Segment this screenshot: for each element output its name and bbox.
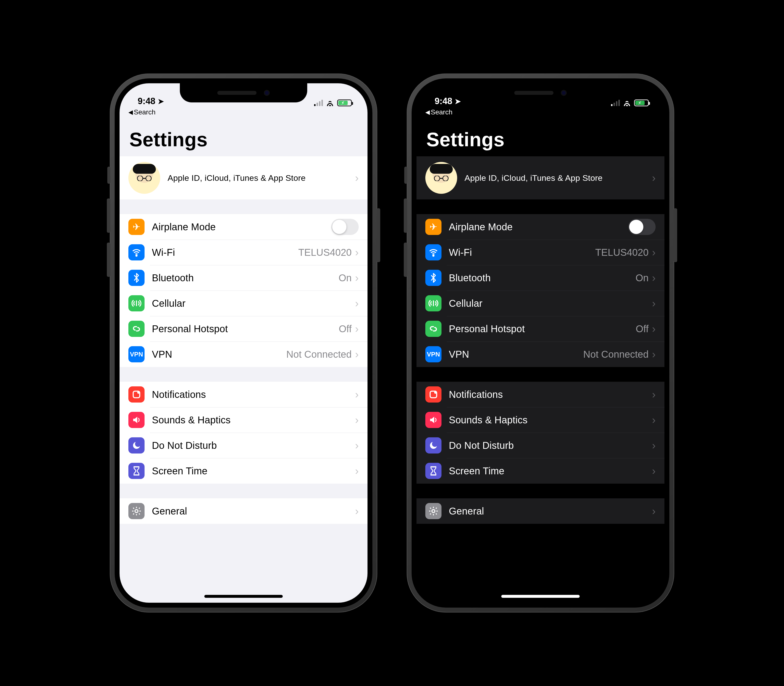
volume-up-button[interactable] — [107, 198, 110, 233]
home-indicator[interactable] — [501, 595, 580, 598]
row-dnd[interactable]: Do Not Disturb › — [119, 433, 368, 458]
dnd-icon — [425, 437, 441, 454]
airplane-label: Airplane Mode — [449, 222, 628, 232]
chevron-right-icon: › — [652, 246, 656, 258]
general-icon — [128, 503, 145, 519]
row-bluetooth[interactable]: Bluetooth On › — [119, 265, 368, 291]
bluetooth-label: Bluetooth — [152, 273, 338, 283]
volume-down-button[interactable] — [404, 243, 407, 277]
airplane-switch[interactable] — [331, 219, 359, 235]
screentime-label: Screen Time — [152, 466, 355, 477]
row-hotspot[interactable]: Personal Hotspot Off › — [119, 316, 368, 341]
row-sounds[interactable]: Sounds & Haptics › — [416, 407, 665, 433]
bluetooth-value: On — [635, 273, 648, 283]
mute-switch[interactable] — [404, 167, 407, 184]
airplane-icon: ✈︎ — [128, 219, 145, 235]
chevron-right-icon: › — [355, 172, 359, 184]
battery-icon: ⚡︎ — [634, 100, 649, 106]
group-alerts: Notifications › Sounds & Haptics › Do No… — [119, 382, 368, 483]
breadcrumb-back[interactable]: ◀︎ Search — [416, 108, 665, 116]
sounds-label: Sounds & Haptics — [152, 415, 355, 426]
row-screentime[interactable]: Screen Time › — [119, 458, 368, 483]
dnd-icon — [128, 437, 145, 454]
svg-point-0 — [136, 255, 137, 256]
svg-rect-4 — [134, 474, 139, 475]
row-wifi[interactable]: Wi-Fi TELUS4020 › — [416, 240, 665, 265]
chevron-right-icon: › — [355, 348, 359, 360]
svg-point-2 — [137, 391, 140, 394]
svg-point-6 — [433, 255, 434, 256]
wifi-status-icon — [326, 100, 334, 106]
chevron-right-icon: › — [652, 348, 656, 360]
row-apple-id[interactable]: Apple ID, iCloud, iTunes & App Store › — [119, 156, 368, 199]
chevron-right-icon: › — [652, 272, 656, 284]
chevron-right-icon: › — [355, 414, 359, 426]
avatar — [425, 162, 457, 194]
home-indicator[interactable] — [204, 595, 283, 598]
sounds-label: Sounds & Haptics — [449, 415, 652, 426]
general-icon — [425, 503, 441, 519]
row-vpn[interactable]: VPN VPN Not Connected › — [416, 341, 665, 367]
airplane-switch[interactable] — [628, 219, 656, 235]
status-time: 9:48 — [138, 96, 155, 106]
dnd-label: Do Not Disturb — [152, 440, 355, 451]
row-screentime[interactable]: Screen Time › — [416, 458, 665, 483]
bluetooth-icon — [128, 270, 145, 286]
apple-id-subtitle: Apple ID, iCloud, iTunes & App Store — [168, 173, 355, 183]
chevron-right-icon: › — [652, 297, 656, 309]
chevron-right-icon: › — [652, 323, 656, 335]
vpn-icon: VPN — [425, 346, 441, 363]
row-airplane-mode[interactable]: ✈︎ Airplane Mode — [119, 214, 368, 240]
row-dnd[interactable]: Do Not Disturb › — [416, 433, 665, 458]
row-wifi[interactable]: Wi-Fi TELUS4020 › — [119, 240, 368, 265]
airplane-icon: ✈︎ — [425, 219, 441, 235]
chevron-right-icon: › — [355, 505, 359, 517]
group-alerts: Notifications › Sounds & Haptics › Do No… — [416, 382, 665, 483]
hotspot-value: Off — [339, 323, 352, 335]
wifi-value: TELUS4020 — [595, 247, 648, 258]
wifi-value: TELUS4020 — [298, 247, 351, 258]
screentime-icon — [128, 463, 145, 479]
screen-light: 9:48 ➤ ⚡︎ ◀︎ Search Settings Appl — [119, 83, 368, 603]
volume-down-button[interactable] — [107, 243, 110, 277]
battery-icon: ⚡︎ — [337, 100, 352, 106]
settings-scroll[interactable]: Settings Apple ID, iCloud, iTunes & App … — [119, 117, 368, 603]
airplane-label: Airplane Mode — [152, 222, 331, 232]
mute-switch[interactable] — [107, 167, 110, 184]
power-button[interactable] — [674, 208, 677, 262]
screentime-icon — [425, 463, 441, 479]
sounds-icon — [128, 412, 145, 428]
vpn-label: VPN — [152, 349, 286, 360]
vpn-icon: VPN — [128, 346, 145, 363]
row-hotspot[interactable]: Personal Hotspot Off › — [416, 316, 665, 341]
breadcrumb-back[interactable]: ◀︎ Search — [119, 108, 368, 116]
row-airplane-mode[interactable]: ✈︎ Airplane Mode — [416, 214, 665, 240]
row-apple-id[interactable]: Apple ID, iCloud, iTunes & App Store › — [416, 156, 665, 199]
row-notifications[interactable]: Notifications › — [119, 382, 368, 407]
page-title: Settings — [416, 117, 665, 156]
power-button[interactable] — [377, 208, 380, 262]
row-general[interactable]: General › — [416, 498, 665, 524]
row-general[interactable]: General › — [119, 498, 368, 524]
general-label: General — [152, 506, 355, 517]
notifications-label: Notifications — [449, 389, 652, 400]
chevron-right-icon: › — [355, 323, 359, 335]
cellular-signal-icon — [611, 100, 620, 106]
settings-scroll[interactable]: Settings Apple ID, iCloud, iTunes & App … — [416, 117, 665, 603]
wifi-icon — [425, 244, 441, 260]
row-notifications[interactable]: Notifications › — [416, 382, 665, 407]
cellular-label: Cellular — [449, 298, 652, 309]
row-vpn[interactable]: VPN VPN Not Connected › — [119, 341, 368, 367]
row-bluetooth[interactable]: Bluetooth On › — [416, 265, 665, 291]
hotspot-label: Personal Hotspot — [152, 323, 339, 335]
notifications-label: Notifications — [152, 389, 355, 400]
chevron-right-icon: › — [652, 505, 656, 517]
row-cellular[interactable]: Cellular › — [119, 291, 368, 316]
wifi-label: Wi-Fi — [152, 247, 298, 258]
vpn-value: Not Connected — [583, 349, 649, 360]
row-sounds[interactable]: Sounds & Haptics › — [119, 407, 368, 433]
cellular-label: Cellular — [152, 298, 355, 309]
row-cellular[interactable]: Cellular › — [416, 291, 665, 316]
volume-up-button[interactable] — [404, 198, 407, 233]
screen-dark: 9:48 ➤ ⚡︎ ◀︎ Search Settings Appl — [416, 83, 665, 603]
